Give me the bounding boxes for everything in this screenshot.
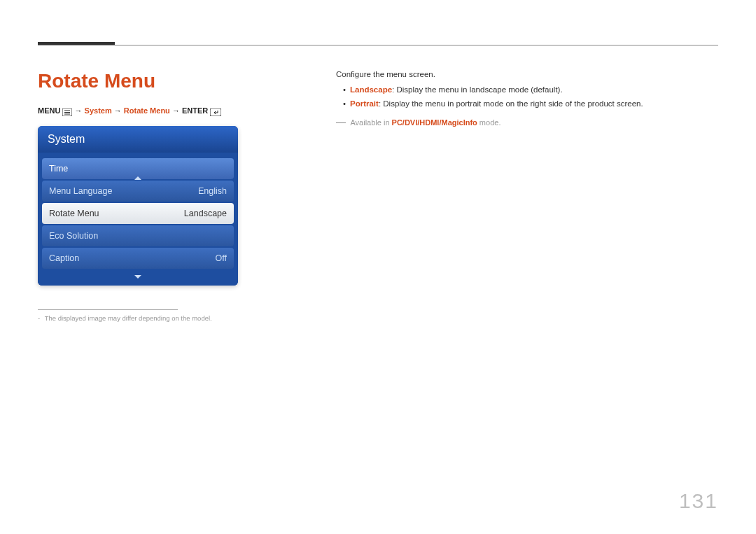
menu-icon: [62, 107, 72, 116]
footnote-text: The displayed image may differ depending…: [45, 314, 212, 322]
menu-label: Caption: [49, 253, 79, 263]
enter-icon: [210, 107, 221, 116]
availability-note: ― Available in PC/DVI/HDMI/MagicInfo mod…: [336, 116, 718, 127]
breadcrumb-arrow: →: [75, 106, 83, 115]
dash-icon: -: [38, 314, 40, 322]
menu-label: Menu Language: [49, 186, 112, 196]
breadcrumb-arrow: →: [172, 106, 180, 115]
menu-label: Time: [49, 164, 68, 174]
page-heading: Rotate Menu: [38, 70, 248, 92]
menu-row-language[interactable]: Menu Language English: [42, 181, 234, 202]
availability-suffix: mode.: [477, 118, 501, 127]
page-number: 131: [679, 489, 718, 513]
breadcrumb-enter-label: ENTER: [182, 106, 208, 115]
top-rule: [38, 45, 718, 45]
left-column: Rotate Menu MENU → System → Rotate Menu …: [38, 70, 248, 322]
menu-row-caption[interactable]: Caption Off: [42, 248, 234, 269]
menu-label: Rotate Menu: [49, 209, 99, 218]
dash-icon: ―: [336, 116, 346, 127]
availability-modes: PC/DVI/HDMI/MagicInfo: [392, 118, 477, 127]
menu-row-rotate[interactable]: Rotate Menu Landscape: [42, 203, 234, 224]
bullet-content: Landscape: Display the menu in landscape…: [350, 84, 563, 96]
osd-panel-body: Time Menu Language English Rotate Menu L…: [38, 153, 238, 286]
menu-value: Off: [216, 253, 227, 263]
breadcrumb-path-system: System: [85, 106, 112, 115]
availability-prefix: Available in: [350, 118, 391, 127]
bullet-content: Portrait: Display the menu in portrait m…: [350, 98, 643, 110]
menu-value: Landscape: [184, 209, 227, 218]
right-column: Configure the menu screen. • Landscape: …: [336, 70, 718, 127]
scroll-down-icon[interactable]: [134, 275, 141, 279]
bullet-text: : Display the menu in portrait mode on t…: [379, 99, 643, 108]
manual-page: Rotate Menu MENU → System → Rotate Menu …: [0, 0, 756, 534]
bullet-dot-icon: •: [343, 84, 350, 96]
scroll-up-icon[interactable]: [134, 176, 141, 180]
menu-row-eco[interactable]: Eco Solution: [42, 225, 234, 246]
osd-panel-title: System: [38, 126, 238, 153]
osd-panel: System Time Menu Language English Rotate…: [38, 126, 238, 286]
bullet-dot-icon: •: [343, 98, 350, 110]
breadcrumb-path-rotate: Rotate Menu: [124, 106, 170, 115]
menu-value: English: [198, 186, 227, 196]
breadcrumb-arrow: →: [114, 106, 122, 115]
bullet-text: : Display the menu in landscape mode (de…: [392, 85, 563, 94]
bullet-term: Landscape: [350, 85, 392, 94]
footnote-divider: [38, 309, 178, 310]
menu-label: Eco Solution: [49, 231, 98, 241]
bullet-portrait: • Portrait: Display the menu in portrait…: [343, 98, 718, 110]
bullet-term: Portrait: [350, 99, 379, 108]
footnote: - The displayed image may differ dependi…: [38, 314, 248, 322]
breadcrumb-menu-label: MENU: [38, 106, 60, 115]
top-rule-tab: [38, 42, 115, 45]
description-intro: Configure the menu screen.: [336, 70, 718, 78]
bullet-landscape: • Landscape: Display the menu in landsca…: [343, 84, 718, 96]
breadcrumb: MENU → System → Rotate Menu → ENTER: [38, 106, 248, 116]
